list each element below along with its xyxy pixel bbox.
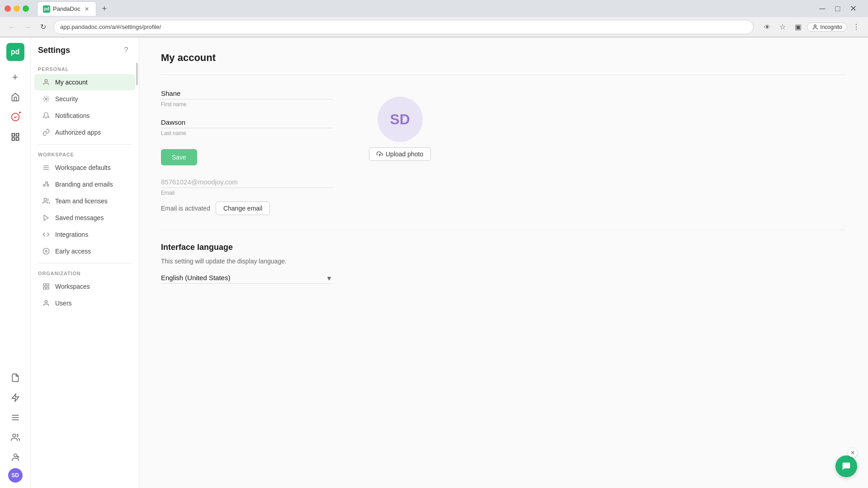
sidebar-tasks-button[interactable] — [6, 108, 24, 126]
forward-button[interactable]: → — [21, 20, 34, 34]
interface-language-title: Interface language — [161, 243, 846, 252]
split-view-button[interactable]: ▣ — [792, 21, 804, 33]
sidebar-home-button[interactable] — [6, 88, 24, 106]
sidebar-item-users[interactable]: Users — [34, 295, 135, 311]
minimize-window-button[interactable] — [14, 5, 20, 12]
url-bar[interactable]: app.pandadoc.com/a/#/settings/profile/ — [53, 20, 754, 34]
sidebar-lightning-button[interactable] — [6, 389, 24, 407]
svg-marker-23 — [44, 215, 48, 221]
icon-bar: pd + — [0, 38, 31, 488]
avatar-initials: SD — [390, 111, 410, 128]
refresh-button[interactable]: ↻ — [36, 20, 50, 34]
organization-section-label: ORGANIZATION — [31, 267, 139, 278]
last-name-input[interactable] — [161, 117, 333, 128]
close-window-button[interactable] — [5, 5, 11, 12]
first-name-input[interactable] — [161, 88, 333, 99]
bookmark-button[interactable]: ☆ — [776, 21, 789, 33]
incognito-badge[interactable]: Incognito — [807, 23, 847, 32]
chat-close-button[interactable]: ✕ — [848, 448, 857, 457]
incognito-label: Incognito — [820, 24, 842, 30]
change-email-button[interactable]: Change email — [216, 202, 270, 215]
sidebar-divider-1 — [38, 144, 132, 145]
svg-rect-27 — [47, 284, 49, 286]
browser-titlebar: pd PandaDoc ✕ + ─ □ ✕ — [0, 0, 868, 17]
branding-emails-icon — [42, 180, 51, 189]
reader-mode-button[interactable]: 👁 — [761, 21, 774, 33]
tasks-badge — [18, 111, 22, 114]
authorized-apps-icon — [42, 128, 51, 137]
language-select[interactable]: English (United States) — [161, 272, 333, 284]
sidebar-item-authorized-apps[interactable]: Authorized apps — [34, 124, 135, 141]
first-name-group: First name — [161, 88, 333, 108]
svg-point-19 — [46, 182, 48, 184]
sidebar-add-button[interactable]: + — [6, 68, 24, 86]
close-btn[interactable]: ✕ — [846, 2, 860, 15]
svg-rect-2 — [12, 134, 14, 136]
svg-point-11 — [14, 454, 17, 457]
main-content: My account First name Last name Save 857… — [139, 38, 868, 488]
sidebar-add-person-button[interactable] — [6, 448, 24, 466]
sidebar-item-label: Integrations — [55, 231, 88, 238]
security-icon — [42, 94, 51, 103]
sidebar-item-saved-messages[interactable]: Saved messages — [34, 210, 135, 226]
upload-photo-label: Upload photo — [386, 150, 423, 158]
interface-language-section: Interface language This setting will upd… — [161, 230, 846, 284]
svg-rect-29 — [43, 287, 46, 289]
sidebar-item-branding-emails[interactable]: Branding and emails — [34, 176, 135, 192]
minimize-btn[interactable]: ─ — [816, 2, 829, 15]
sidebar-people-button[interactable] — [6, 428, 24, 446]
user-avatar-small[interactable]: SD — [8, 468, 23, 483]
scroll-indicator — [136, 63, 138, 85]
settings-help-button[interactable]: ? — [121, 45, 132, 56]
email-display: 85761024@moodjoy.com — [161, 176, 333, 188]
workspace-defaults-icon — [42, 163, 51, 172]
workspaces-icon — [42, 282, 51, 291]
active-tab[interactable]: pd PandaDoc ✕ — [37, 1, 96, 16]
sidebar-item-early-access[interactable]: Early access — [34, 243, 135, 259]
sidebar-analytics-button[interactable] — [6, 128, 24, 146]
sidebar-list-button[interactable] — [6, 408, 24, 427]
personal-section-label: PERSONAL — [31, 63, 139, 74]
app-logo[interactable]: pd — [6, 43, 24, 61]
integrations-icon — [42, 230, 51, 239]
svg-point-30 — [45, 300, 47, 303]
maximize-window-button[interactable] — [23, 5, 29, 12]
svg-point-22 — [44, 198, 46, 201]
sidebar-item-security[interactable]: Security — [34, 91, 135, 107]
sidebar-item-notifications[interactable]: Notifications — [34, 108, 135, 124]
last-name-group: Last name — [161, 117, 333, 136]
email-activated-text: Email is activated — [161, 205, 210, 212]
svg-rect-4 — [16, 138, 19, 141]
restore-btn[interactable]: □ — [831, 2, 844, 15]
new-tab-button[interactable]: + — [98, 2, 111, 15]
sidebar-item-workspace-defaults[interactable]: Workspace defaults — [34, 160, 135, 176]
users-icon — [42, 299, 51, 308]
sidebar-item-workspaces[interactable]: Workspaces — [34, 278, 135, 295]
save-button[interactable]: Save — [161, 149, 197, 165]
tab-bar: pd PandaDoc ✕ + — [33, 0, 812, 17]
sidebar-item-integrations[interactable]: Integrations — [34, 226, 135, 243]
workspace-section-label: WORKSPACE — [31, 148, 139, 159]
upload-icon — [377, 151, 383, 157]
svg-rect-5 — [12, 138, 14, 141]
chat-icon — [841, 461, 851, 471]
sidebar-item-my-account[interactable]: My account — [34, 74, 135, 90]
profile-form-row: First name Last name Save 85761024@moodj… — [161, 88, 846, 215]
sidebar-item-team-licenses[interactable]: Team and licenses — [34, 193, 135, 209]
svg-point-25 — [45, 250, 47, 252]
chat-widget-button[interactable] — [835, 455, 857, 477]
address-bar: ← → ↻ app.pandadoc.com/a/#/settings/prof… — [0, 17, 868, 37]
more-menu-button[interactable]: ⋮ — [850, 21, 863, 33]
tab-close-button[interactable]: ✕ — [83, 5, 90, 13]
notifications-icon — [42, 111, 51, 120]
back-button[interactable]: ← — [5, 20, 19, 34]
sidebar-item-label: My account — [55, 79, 88, 86]
svg-point-10 — [13, 434, 16, 437]
sidebar-docs-button[interactable] — [6, 369, 24, 387]
svg-point-14 — [45, 80, 47, 82]
section-divider-top — [161, 75, 846, 75]
sidebar-item-label: Authorized apps — [55, 129, 101, 136]
upload-photo-button[interactable]: Upload photo — [369, 147, 431, 161]
nav-buttons: ← → ↻ — [5, 20, 50, 34]
avatar-circle: SD — [377, 97, 423, 142]
